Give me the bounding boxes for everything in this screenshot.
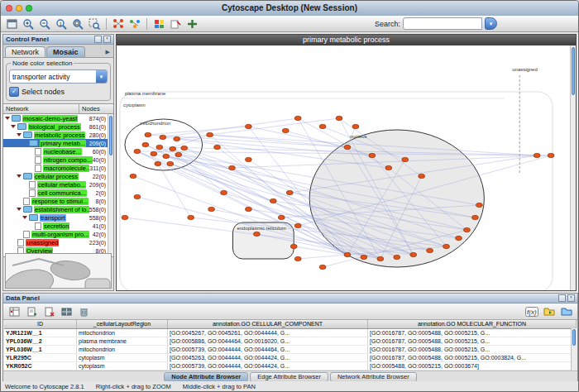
tree-row[interactable]: secretion41(0) [3, 222, 108, 230]
network-node[interactable] [361, 255, 367, 259]
column-header[interactable]: annotation.GO CELLULAR_COMPONENT [168, 320, 368, 328]
tree-row[interactable]: mosaic-demo-yeast874(0) [3, 114, 108, 122]
network-canvas[interactable]: plasma membranecytoplasmmitochondrionnuc… [117, 45, 570, 290]
zoom-in-icon[interactable] [21, 17, 36, 31]
network-node[interactable] [344, 252, 351, 256]
network-node[interactable] [156, 145, 163, 149]
network-overview-thumbnail[interactable] [5, 253, 112, 289]
table-row[interactable]: YPL036W__1mitochondrion[GO:0005739, GO:0… [4, 346, 577, 354]
column-header[interactable]: _cellularLayoutRegion [77, 320, 168, 328]
network-node[interactable] [534, 153, 540, 157]
network-node[interactable] [456, 236, 462, 240]
tab-node-attribute-browser[interactable]: Node Attribute Browser [164, 372, 248, 382]
network-node[interactable] [208, 207, 215, 211]
network-node[interactable] [385, 165, 392, 170]
tree-column-nodes[interactable]: Nodes [79, 104, 113, 113]
plugin-icon[interactable] [184, 17, 199, 31]
zoom-one-to-one-icon[interactable]: 1 [54, 17, 69, 31]
network-node[interactable] [253, 232, 260, 236]
network-node[interactable] [229, 165, 236, 170]
network-node[interactable] [245, 157, 251, 161]
network-node[interactable] [122, 215, 128, 219]
function-builder-icon[interactable]: f(x) [524, 305, 539, 318]
tree-column-network[interactable]: Network [3, 104, 79, 113]
tree-row[interactable]: metabolic process280(0) [3, 131, 108, 139]
network-node[interactable] [145, 132, 151, 136]
tree-row[interactable]: cellular metabo...209(0) [3, 180, 108, 189]
tree-row[interactable]: unassigned223(0) [3, 238, 108, 246]
vizmapper-icon[interactable] [151, 17, 166, 31]
network-node[interactable] [377, 256, 384, 261]
network-manager-icon[interactable] [127, 17, 142, 31]
network-node[interactable] [443, 244, 450, 248]
table-row[interactable]: YPL036W__2plasma membrane[GO:0005886, GO… [4, 337, 577, 346]
select-nodes-checkbox[interactable]: ✓ [9, 87, 19, 97]
close-panel-icon[interactable]: × [567, 294, 575, 302]
tree-row[interactable]: multi-organism pro...42(0) [3, 230, 108, 238]
network-node[interactable] [410, 252, 417, 256]
network-node[interactable] [130, 174, 136, 178]
tree-row[interactable]: macromolecule...311(0) [3, 164, 108, 172]
tree-row[interactable]: cell communica...2(0) [3, 189, 108, 197]
network-node[interactable] [352, 124, 359, 128]
expand-icon[interactable] [5, 117, 10, 120]
network-node[interactable] [142, 142, 149, 146]
network-node[interactable] [319, 124, 326, 128]
network-node[interactable] [181, 146, 188, 150]
network-node[interactable] [463, 227, 470, 232]
network-node[interactable] [170, 146, 176, 151]
network-node[interactable] [282, 128, 289, 132]
network-node[interactable] [278, 215, 285, 219]
expand-icon[interactable] [17, 208, 22, 211]
attribute-grid-icon[interactable] [59, 305, 74, 318]
close-panel-icon[interactable]: × [103, 36, 111, 43]
tree-row[interactable]: transport558(0) [3, 213, 108, 222]
network-node[interactable] [134, 149, 141, 153]
tree-row[interactable]: nitrogen compo...40(0) [3, 155, 108, 164]
tree-row[interactable]: nucleobase...60(0) [3, 147, 108, 155]
delete-attribute-icon[interactable] [41, 305, 56, 318]
tab-scroll-right-icon[interactable]: ▶ [106, 49, 112, 57]
expand-icon[interactable] [17, 133, 22, 136]
network-node[interactable] [245, 124, 251, 128]
expand-icon[interactable] [17, 174, 22, 178]
network-node[interactable] [214, 145, 221, 149]
network-node[interactable] [270, 198, 276, 203]
column-header[interactable]: ID [4, 320, 77, 328]
network-node[interactable] [471, 215, 478, 219]
table-row[interactable]: YKR052Ccytoplasm[GO:0005739, GO:0044444,… [4, 362, 577, 370]
tab-edge-attribute-browser[interactable]: Edge Attribute Browser [250, 372, 328, 382]
network-node[interactable] [476, 203, 482, 207]
column-header[interactable]: annotation.GO MOLECULAR_FUNCTION [368, 320, 577, 328]
network-node[interactable] [294, 223, 301, 227]
tab-network-attribute-browser[interactable]: Network Attribute Browser [330, 372, 417, 382]
annotation-icon[interactable] [168, 17, 183, 31]
network-node[interactable] [155, 161, 161, 165]
network-node[interactable] [336, 116, 342, 120]
tab-network[interactable]: Network [5, 46, 45, 57]
network-node[interactable] [160, 135, 166, 139]
network-node[interactable] [188, 215, 194, 219]
network-node[interactable] [344, 145, 351, 149]
network-node[interactable] [207, 132, 213, 136]
network-node[interactable] [548, 153, 554, 157]
zoom-fit-icon[interactable] [70, 17, 85, 31]
network-node[interactable] [286, 190, 293, 194]
tree-scrollbar[interactable] [108, 114, 113, 256]
float-panel-icon[interactable] [558, 294, 566, 302]
network-overview-icon[interactable] [111, 17, 126, 31]
node-color-dropdown[interactable]: transporter activity ▼ [9, 69, 108, 84]
network-node[interactable] [221, 190, 227, 194]
network-node[interactable] [419, 174, 425, 178]
network-node[interactable] [134, 194, 141, 198]
network-node[interactable] [319, 265, 326, 269]
search-dropdown-icon[interactable]: ▼ [485, 17, 497, 30]
expand-icon[interactable] [11, 125, 16, 128]
network-scrollbar[interactable] [570, 45, 576, 290]
tree-row[interactable]: response to stimul...8(0) [3, 197, 108, 205]
network-node[interactable] [290, 244, 297, 248]
import-attributes-icon[interactable] [542, 305, 557, 318]
network-view-title[interactable]: primary metabolic process [117, 35, 576, 45]
network-node[interactable] [245, 207, 251, 211]
float-panel-icon[interactable] [94, 36, 102, 43]
